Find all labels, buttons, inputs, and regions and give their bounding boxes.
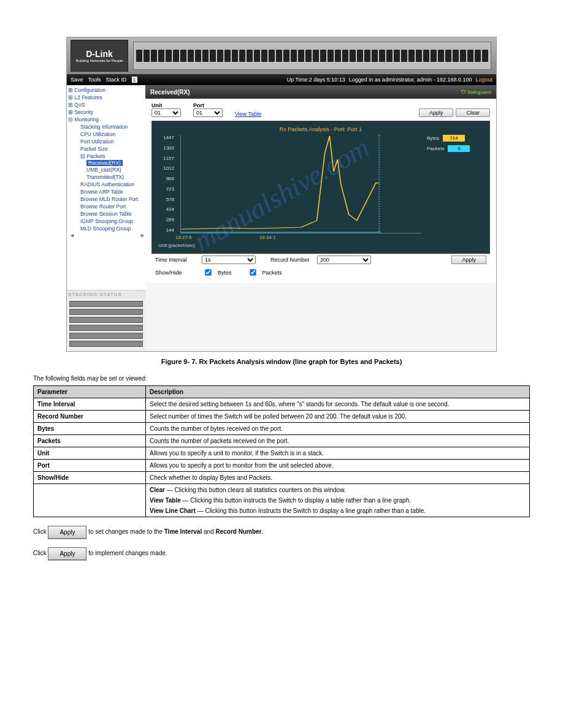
parameter-table: Parameter Description Time IntervalSelec… (33, 385, 530, 517)
figure-caption: Figure 9- 7. Rx Packets Analysis window … (33, 358, 530, 365)
tree-browse-session[interactable]: Browse Session Table (68, 210, 147, 218)
panel-title-bar: Received(RX) 🛡 Safeguard (145, 85, 496, 99)
record-number-label: Record Number (270, 257, 313, 263)
tree-l2features[interactable]: ⊞ L2 Features (68, 94, 147, 101)
bytes-cb-label: Bytes (218, 270, 232, 276)
chart-x-axis: 18:27:618:34:1 (158, 235, 483, 240)
footer-text-2: Click Apply to implement changes made. (33, 547, 530, 560)
tree-cpu-util[interactable]: CPU Utilization (68, 131, 147, 138)
safeguard-indicator: 🛡 Safeguard (461, 89, 491, 95)
tree-stacking-info[interactable]: Stacking Information (68, 123, 147, 131)
tree-browse-arp[interactable]: Browse ARP Table (68, 188, 147, 195)
tree-mld-snooping[interactable]: MLD Snooping Group (68, 225, 147, 232)
time-interval-label: Time Interval (155, 257, 198, 263)
legend-packets-label: Packets (427, 146, 444, 151)
dlink-logo: D-Link Building Networks for People (71, 40, 128, 72)
cell: Record Number (34, 411, 146, 423)
stackid-label: Stack ID (106, 77, 127, 83)
tree-security[interactable]: ⊞ Security (68, 108, 147, 116)
tree-packet-size[interactable]: Packet Size (68, 145, 147, 153)
cell (34, 484, 146, 517)
cell: Port (34, 460, 146, 472)
switch-faceplate (133, 42, 491, 70)
chart-plot-area (180, 135, 421, 233)
app-screenshot: manualshive.com D-Link Building Networks… (66, 37, 497, 352)
save-menu[interactable]: Save (71, 77, 83, 83)
chart-title: Rx Packets Analysis - Port: Port 1 (158, 126, 483, 132)
th-description: Description (146, 386, 530, 398)
tree-igmp-snooping[interactable]: IGMP Snooping Group (68, 218, 147, 225)
apply-button[interactable]: Apply (419, 108, 454, 117)
bytes-checkbox[interactable] (205, 269, 211, 275)
cell: Packets (34, 435, 146, 447)
clear-button[interactable]: Clear (456, 108, 490, 117)
th-parameter: Parameter (34, 386, 146, 398)
chart-legend: Bytes 714 Packets 5 (427, 135, 483, 233)
cell: Time Interval (34, 398, 146, 411)
cell: Bytes (34, 423, 146, 435)
stack-thumbnails (67, 298, 145, 351)
legend-bytes-value: 714 (443, 135, 465, 142)
logo-subtitle: Building Networks for People (75, 59, 123, 63)
chart-apply-button[interactable]: Apply (451, 256, 486, 264)
tree-monitoring[interactable]: ⊟ Monitoring (68, 116, 147, 123)
tools-menu[interactable]: Tools (88, 77, 101, 83)
apply-button-inline2: Apply (48, 547, 86, 560)
table-intro: The following fields may be set or viewe… (33, 375, 530, 382)
cell: Check whether to display Bytes and Packe… (146, 472, 530, 484)
port-select[interactable]: 01 (193, 108, 223, 117)
showhide-label: Show/Hide (155, 270, 198, 276)
packets-cb-label: Packets (262, 270, 282, 276)
panel-title-text: Received(RX) (150, 89, 190, 96)
logo-text: D-Link (86, 49, 113, 59)
cell: Unit (34, 447, 146, 460)
tree-received-rx[interactable]: Received(RX) (86, 160, 123, 166)
apply-button-inline: Apply (48, 526, 86, 539)
cell: Counts the number of bytes received on t… (146, 423, 530, 435)
unit-select[interactable]: 01 (151, 108, 181, 117)
cell: Select number of times the Switch will b… (146, 411, 530, 423)
tree-port-util[interactable]: Port Utilization (68, 138, 147, 145)
chart-y-axis: 14471302 11571012 868723 578434 289144 (158, 135, 174, 233)
login-status: Logged in as administrator, admin - 192.… (349, 77, 472, 83)
tree-browse-router[interactable]: Browse Router Port (68, 203, 147, 210)
footer-text-1: Click Apply to set changes made to the T… (33, 526, 530, 539)
chart-unit-label: Unit:(packet/sec) (158, 243, 483, 248)
tree-umbcast-rx[interactable]: UMB_cast(RX) (68, 166, 147, 173)
logout-link[interactable]: Logout (475, 77, 492, 83)
record-number-select[interactable]: 200 (317, 256, 371, 264)
toolbar: Save Tools Stack ID 1 Up Time:2 days 5:1… (67, 74, 496, 85)
unit-label: Unit (151, 102, 181, 108)
view-table-link[interactable]: View Table (235, 111, 261, 117)
stacking-status-label: Stacking Status (67, 290, 145, 298)
cell: Allows you to specify a unit to monitor,… (146, 447, 530, 460)
cell: Allows you to specify a port to monitor … (146, 460, 530, 472)
packets-checkbox[interactable] (250, 269, 256, 275)
time-interval-select[interactable]: 1s (202, 256, 256, 264)
stackid-select[interactable]: 1 (132, 77, 137, 83)
cell: Select the desired setting between 1s an… (146, 398, 530, 411)
cell: Clear — Clicking this button clears all … (146, 484, 530, 517)
cell: Counts the number of packets received on… (146, 435, 530, 447)
port-label: Port (193, 102, 223, 108)
nav-tree[interactable]: ⊞ Configuration ⊞ L2 Features ⊞ QoS ⊞ Se… (67, 85, 148, 290)
tree-configuration[interactable]: ⊞ Configuration (68, 86, 147, 94)
rx-chart: Rx Packets Analysis - Port: Port 1 14471… (151, 121, 490, 254)
cell: Show/Hide (34, 472, 146, 484)
legend-packets-value: 5 (448, 145, 470, 152)
device-banner: D-Link Building Networks for People (67, 37, 496, 74)
tree-packets[interactable]: ⊟ Packets (68, 153, 147, 160)
chart-controls: Time Interval 1s Record Number 200 Apply… (151, 254, 490, 279)
uptime-text: Up Time:2 days 5:10:13 (287, 77, 345, 83)
tree-transmitted-tx[interactable]: Transmitted(TX) (68, 173, 147, 181)
legend-bytes-label: Bytes (427, 135, 439, 141)
tree-radius-auth[interactable]: RADIUS Authentication (68, 181, 147, 188)
tree-browse-mld[interactable]: Browse MLD Router Port (68, 195, 147, 203)
tree-qos[interactable]: ⊞ QoS (68, 101, 147, 108)
